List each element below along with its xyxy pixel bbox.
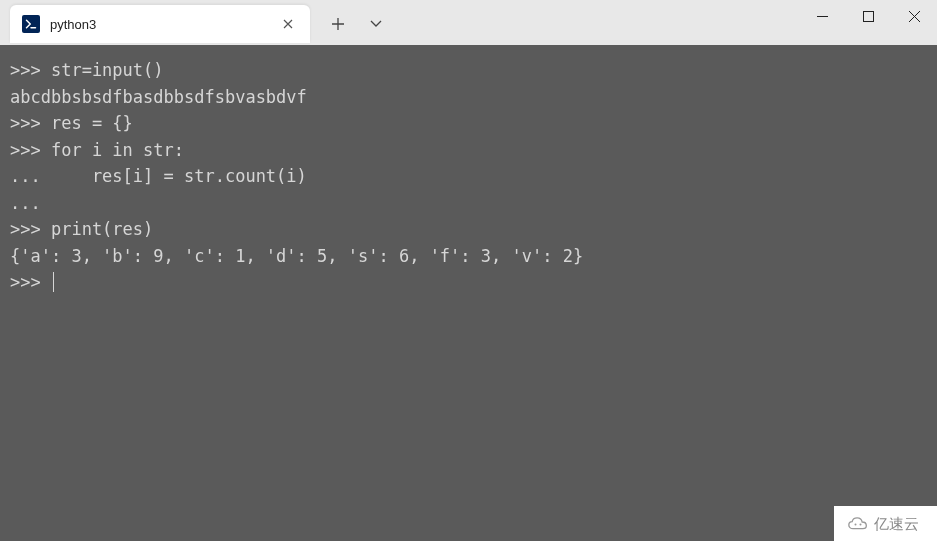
terminal-line: ... [10, 190, 927, 217]
terminal-prompt-line: >>> [10, 269, 927, 296]
minimize-button[interactable] [799, 0, 845, 32]
svg-point-1 [854, 523, 856, 525]
window-controls [799, 0, 937, 40]
terminal-output[interactable]: >>> str=input() abcdbbsbsdfbasdbbsdfsbva… [0, 45, 937, 541]
new-tab-button[interactable] [326, 12, 350, 36]
tab-actions [310, 12, 388, 36]
tab-close-button[interactable] [278, 14, 298, 34]
svg-point-2 [859, 523, 861, 525]
window-titlebar: python3 [0, 0, 937, 45]
watermark-text: 亿速云 [874, 512, 919, 535]
maximize-button[interactable] [845, 0, 891, 32]
terminal-prompt: >>> [10, 272, 51, 292]
terminal-tab[interactable]: python3 [10, 5, 310, 43]
terminal-line: >>> res = {} [10, 110, 927, 137]
cloud-icon [848, 513, 868, 533]
tab-title: python3 [50, 17, 268, 32]
tab-container: python3 [0, 0, 388, 43]
terminal-cursor [53, 272, 55, 292]
terminal-line: {'a': 3, 'b': 9, 'c': 1, 'd': 5, 's': 6,… [10, 243, 927, 270]
tab-dropdown-button[interactable] [364, 12, 388, 36]
terminal-line: >>> print(res) [10, 216, 927, 243]
terminal-line: abcdbbsbsdfbasdbbsdfsbvasbdvf [10, 84, 927, 111]
terminal-line: >>> for i in str: [10, 137, 927, 164]
watermark: 亿速云 [834, 506, 937, 541]
powershell-icon [22, 15, 40, 33]
terminal-line: ... res[i] = str.count(i) [10, 163, 927, 190]
terminal-line: >>> str=input() [10, 57, 927, 84]
svg-rect-0 [863, 11, 873, 21]
close-window-button[interactable] [891, 0, 937, 32]
